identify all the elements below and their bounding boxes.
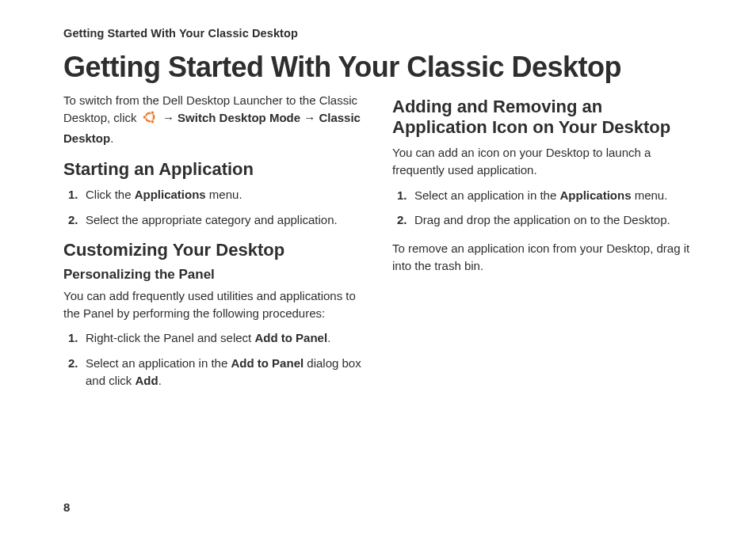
step-bold: Add to Panel [254, 331, 327, 344]
list-item: Drag and drop the application on to the … [397, 211, 693, 229]
starting-application-steps: Click the Applications menu. Select the … [68, 186, 364, 229]
section-starting-application: Starting an Application [63, 159, 364, 180]
intro-arrow-2: → [304, 111, 319, 124]
page-number: 8 [63, 500, 70, 514]
left-column: To switch from the Dell Desktop Launcher… [63, 92, 364, 401]
step-text: Select an application in the [86, 356, 231, 370]
section-customizing-desktop: Customizing Your Desktop [63, 240, 364, 260]
list-item: Right-click the Panel and select Add to … [68, 329, 364, 347]
personalizing-steps: Right-click the Panel and select Add to … [68, 329, 364, 389]
intro-paragraph: To switch from the Dell Desktop Launcher… [63, 92, 364, 146]
adding-removing-steps: Select an application in the Application… [397, 187, 693, 230]
intro-bold-1: Switch Desktop Mode [178, 111, 300, 124]
step-text: Drag and drop the application on to the … [414, 213, 670, 226]
right-column: Adding and Removing an Application Icon … [392, 92, 693, 401]
step-text: Select the appropriate category and appl… [86, 213, 338, 226]
step-text: . [327, 331, 330, 344]
page-title: Getting Started With Your Classic Deskto… [63, 51, 693, 84]
step-bold: Add [136, 374, 158, 387]
section-adding-removing-icon: Adding and Removing an Application Icon … [392, 97, 693, 138]
personalizing-body: You can add frequently used utilities an… [63, 287, 364, 322]
step-text: Click the [86, 188, 135, 201]
ubuntu-logo-icon [142, 109, 158, 130]
svg-point-3 [151, 111, 154, 114]
list-item: Select an application in the Application… [397, 187, 693, 204]
intro-arrow-1: → [162, 111, 178, 124]
list-item: Click the Applications menu. [68, 186, 364, 203]
step-bold: Add to Panel [231, 356, 304, 370]
svg-point-2 [143, 116, 146, 119]
subsection-personalizing-panel: Personalizing the Panel [63, 267, 364, 283]
intro-period: . [110, 131, 113, 145]
content-columns: To switch from the Dell Desktop Launcher… [63, 92, 693, 401]
step-bold: Applications [135, 188, 206, 201]
step-text: . [158, 374, 162, 387]
step-text: menu. [206, 188, 242, 201]
list-item: Select the appropriate category and appl… [68, 211, 364, 229]
step-text: Select an application in the [414, 188, 559, 202]
step-bold: Applications [559, 188, 631, 202]
step-text: menu. [631, 188, 667, 202]
adding-removing-tail: To remove an application icon from your … [392, 240, 693, 275]
running-header: Getting Started With Your Classic Deskto… [63, 27, 693, 40]
list-item: Select an application in the Add to Pane… [68, 355, 364, 390]
step-text: Right-click the Panel and select [86, 331, 254, 344]
adding-removing-body: You can add an icon on your Desktop to l… [392, 144, 693, 179]
svg-point-4 [151, 120, 154, 123]
